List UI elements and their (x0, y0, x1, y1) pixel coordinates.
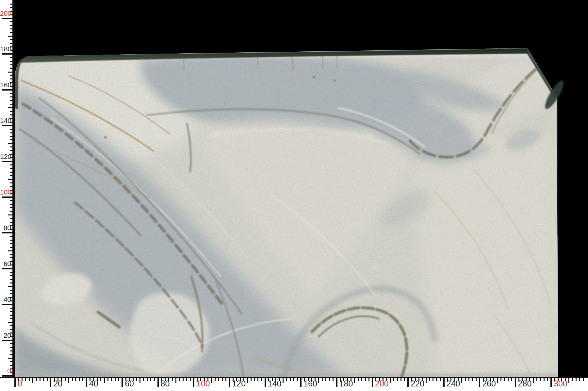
ruler-left-background (0, 0, 12, 391)
axis-line-vertical (12, 0, 14, 378)
slab-right-edge-sliver (557, 98, 558, 235)
marble-slab-image (0, 0, 588, 391)
axis-line-horizontal (0, 377, 588, 378)
slab-scan-screenshot: 020406080100120140160180200 020406080100… (0, 0, 588, 391)
ruler-bottom-background (0, 378, 588, 391)
marble-surface (14, 46, 559, 379)
